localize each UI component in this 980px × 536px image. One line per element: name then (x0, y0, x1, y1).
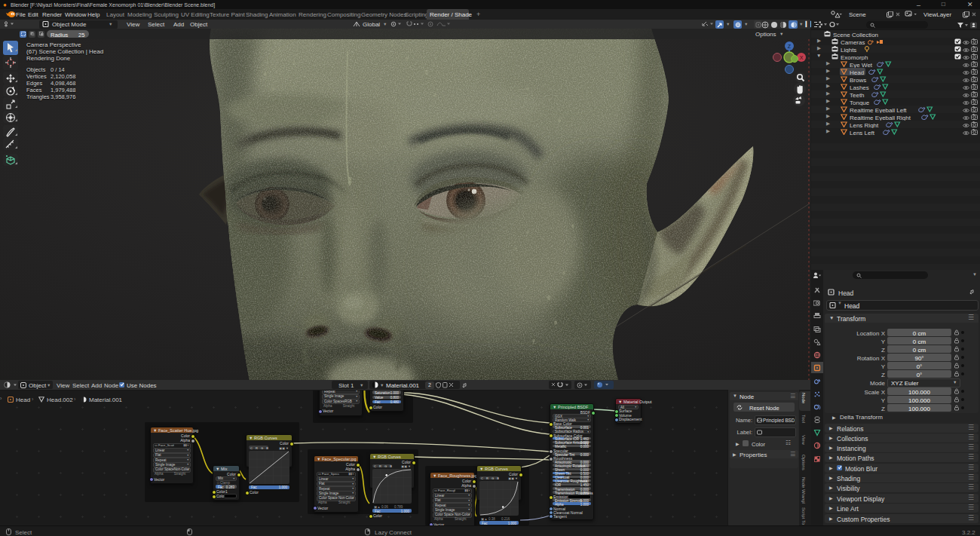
svg-text:X: X (800, 55, 804, 60)
svg-text:Z: Z (788, 44, 792, 49)
